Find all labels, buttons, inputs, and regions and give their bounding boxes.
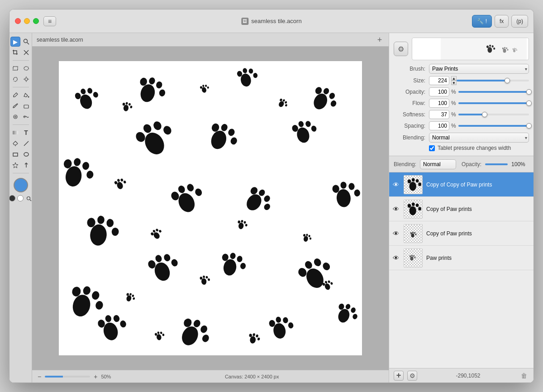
layer-eye-icon[interactable]: 👁 (393, 181, 400, 188)
rubber-tool[interactable] (21, 101, 31, 111)
softness-slider-thumb[interactable] (482, 112, 487, 117)
blending-select[interactable]: Normal (429, 133, 529, 143)
p-button[interactable]: (p) (511, 15, 528, 28)
opacity-slider-track[interactable] (458, 91, 529, 93)
layer-thumbnail (404, 175, 423, 194)
svg-point-10 (25, 78, 28, 81)
layer-item[interactable]: 👁 (389, 221, 533, 246)
zoom-in-button[interactable]: + (94, 373, 97, 380)
layer-item[interactable]: 👁 (389, 172, 533, 197)
add-layer-button[interactable]: + (394, 371, 404, 381)
softness-slider-track[interactable] (458, 114, 529, 115)
layer-settings-button[interactable]: ⚙ (407, 371, 417, 381)
zoom-button[interactable] (33, 18, 39, 24)
ellipse-shape-tool[interactable] (21, 149, 31, 159)
svg-point-101 (303, 265, 327, 291)
add-tab-button[interactable]: + (375, 35, 384, 44)
flow-slider-thumb[interactable] (526, 100, 532, 106)
sidebar-toggle[interactable]: ≡ (43, 16, 56, 26)
svg-point-109 (350, 307, 357, 314)
titlebar: ≡ 🖼 seamless tile.acorn 🔧 ! fx (p) (10, 10, 533, 33)
flow-slider-track[interactable] (458, 102, 529, 104)
svg-point-33 (148, 77, 156, 85)
text-tool[interactable]: T (21, 128, 31, 138)
svg-point-69 (106, 219, 114, 227)
transform-tool[interactable] (21, 48, 31, 57)
zoom-out-button[interactable]: − (38, 373, 41, 380)
brush-tool[interactable] (10, 101, 20, 111)
ellipse-select-tool[interactable] (21, 63, 31, 73)
spacing-slider-track[interactable] (458, 125, 529, 127)
layer-item[interactable]: 👁 (389, 197, 533, 221)
svg-point-110 (352, 313, 358, 320)
size-up-button[interactable]: ▲ (451, 76, 457, 81)
svg-point-183 (157, 331, 159, 334)
layers-toolbar: Blending: Normal Opacity: 100% (389, 156, 533, 172)
close-button[interactable] (15, 18, 21, 24)
delete-layer-button[interactable]: 🗑 (519, 371, 529, 381)
svg-point-74 (186, 183, 195, 192)
svg-point-128 (126, 102, 128, 105)
fx-button[interactable]: fx (495, 15, 509, 28)
svg-point-75 (194, 187, 203, 197)
crop-tool[interactable] (10, 48, 20, 57)
color-zoom-tool[interactable] (25, 195, 33, 202)
softness-input[interactable] (429, 110, 449, 119)
svg-point-104 (313, 257, 323, 268)
layer-item[interactable]: 👁 (389, 246, 533, 270)
zoom-slider[interactable] (45, 376, 90, 378)
size-down-button[interactable]: ▼ (451, 81, 457, 85)
star-tool[interactable] (10, 160, 20, 170)
eyedropper-tool[interactable] (10, 90, 20, 100)
svg-point-11 (13, 96, 14, 97)
tools-button[interactable]: 🔧 ! (472, 15, 492, 28)
spacing-slider-thumb[interactable] (526, 123, 532, 129)
smudge-tool[interactable] (21, 112, 31, 122)
paint-bucket-tool[interactable] (21, 90, 31, 100)
flow-input[interactable] (429, 99, 449, 108)
brush-settings-button[interactable]: ⚙ (394, 42, 408, 56)
softness-label: Softness: (394, 111, 425, 118)
svg-point-12 (28, 96, 29, 98)
layer-eye-icon[interactable]: 👁 (393, 254, 400, 262)
layers-opacity-label: Opacity: (462, 161, 481, 167)
size-slider-track[interactable] (457, 80, 529, 81)
softness-slider-wrapper (458, 114, 529, 115)
zoom-tool[interactable] (21, 37, 31, 47)
magic-wand-tool[interactable] (21, 74, 31, 84)
rect-select-tool[interactable] (10, 63, 20, 73)
svg-point-130 (130, 105, 132, 108)
line-tool[interactable] (21, 139, 31, 148)
canvas-wrapper[interactable] (32, 47, 389, 370)
arrow-tool[interactable] (21, 160, 31, 170)
spacing-input[interactable] (429, 121, 449, 130)
foreground-color[interactable] (14, 178, 28, 192)
layers-opacity-slider[interactable] (485, 163, 508, 165)
layers-blend-select[interactable]: Normal (420, 159, 456, 169)
svg-point-216 (410, 232, 412, 234)
svg-point-35 (158, 89, 166, 97)
gradient-tool[interactable] (10, 128, 20, 138)
opacity-slider-thumb[interactable] (526, 89, 532, 95)
select-tool[interactable]: ▶ (10, 37, 20, 47)
layer-eye-icon[interactable]: 👁 (393, 206, 400, 213)
white-color[interactable] (17, 195, 24, 201)
blending-label: Blending: (394, 134, 425, 141)
opacity-input[interactable] (429, 87, 449, 96)
size-slider-thumb[interactable] (505, 78, 510, 83)
svg-point-29 (86, 87, 93, 95)
brush-select[interactable]: Paw Prints (429, 64, 529, 74)
brush-preview-svg (441, 38, 527, 60)
minimize-button[interactable] (24, 18, 30, 24)
black-color[interactable] (10, 195, 15, 201)
tablet-checkbox[interactable] (429, 145, 435, 151)
lasso-tool[interactable] (10, 74, 20, 84)
clone-tool[interactable] (10, 112, 20, 122)
svg-point-210 (408, 204, 411, 208)
size-input[interactable] (429, 76, 449, 85)
layer-eye-icon[interactable]: 👁 (393, 230, 400, 237)
canvas-svg (59, 61, 362, 355)
svg-point-168 (129, 293, 132, 296)
rect-shape-tool[interactable] (10, 149, 20, 159)
pen-tool[interactable] (10, 139, 20, 148)
